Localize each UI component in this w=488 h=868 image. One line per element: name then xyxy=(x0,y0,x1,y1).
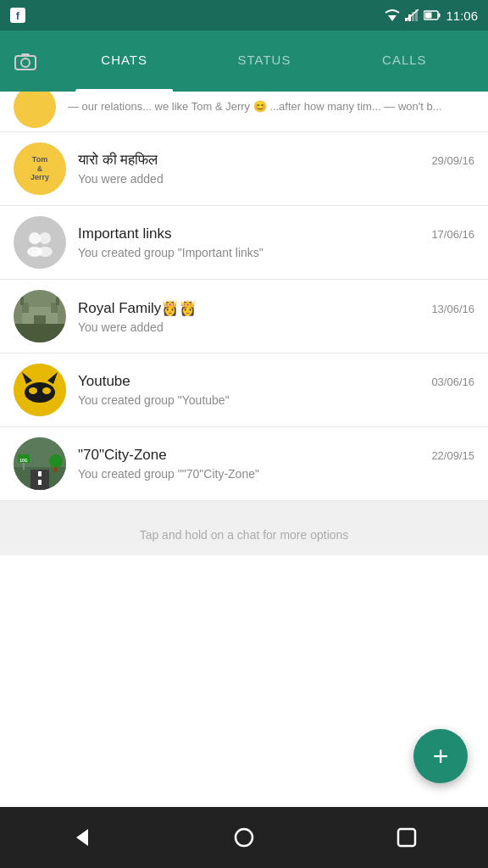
avatar xyxy=(14,364,66,416)
chat-name: Important links xyxy=(78,225,172,242)
facebook-icon: f xyxy=(10,8,25,23)
chat-date: 13/06/16 xyxy=(431,303,474,315)
partial-text: — our relations... we like Tom & Jerry 😊… xyxy=(68,100,442,113)
chat-list: — our relations... we like Tom & Jerry 😊… xyxy=(0,92,488,807)
chat-header: यारो की महफिल 29/09/16 xyxy=(78,152,474,169)
chat-header: Youtube 03/06/16 xyxy=(78,373,474,390)
chat-date: 22/09/15 xyxy=(431,449,474,462)
tab-calls[interactable]: CALLS xyxy=(335,31,474,92)
svg-point-24 xyxy=(25,382,55,403)
signal-icon xyxy=(405,9,419,21)
home-button[interactable] xyxy=(224,817,264,858)
battery-icon xyxy=(424,10,441,20)
list-item[interactable]: — our relations... we like Tom & Jerry 😊… xyxy=(0,92,488,132)
chat-content: यारो की महफिल 29/09/16 You were added xyxy=(78,152,474,186)
svg-marker-39 xyxy=(76,829,88,846)
chat-preview: You created group "Important links" xyxy=(78,246,474,259)
status-bar-left: f xyxy=(10,8,25,23)
chat-name: Royal Family👸👸 xyxy=(78,299,197,317)
avatar xyxy=(14,216,66,269)
svg-rect-11 xyxy=(21,53,30,57)
list-item[interactable]: 10G "70"City-Zone 22/09/15 You created g… xyxy=(0,427,488,501)
recents-button[interactable] xyxy=(386,817,427,858)
chat-preview: You were added xyxy=(78,172,474,186)
chat-date: 17/06/16 xyxy=(431,228,474,241)
chat-content: Youtube 03/06/16 You created group "Yout… xyxy=(78,373,474,407)
chat-content: Royal Family👸👸 13/06/16 You were added xyxy=(78,299,474,334)
avatar: 10G xyxy=(14,437,66,490)
avatar: Tom&Jerry xyxy=(14,142,66,195)
svg-text:10G: 10G xyxy=(19,458,28,463)
plus-icon: + xyxy=(433,743,449,770)
chat-content: "70"City-Zone 22/09/15 You created group… xyxy=(78,447,474,481)
svg-point-28 xyxy=(42,387,51,394)
svg-rect-32 xyxy=(38,471,42,476)
back-button[interactable] xyxy=(61,817,102,858)
avatar xyxy=(14,290,66,342)
list-item[interactable]: Tom&Jerry यारो की महफिल 29/09/16 You wer… xyxy=(0,132,488,206)
list-item[interactable]: Youtube 03/06/16 You created group "Yout… xyxy=(0,353,488,427)
svg-rect-36 xyxy=(23,463,25,470)
status-bar: f 11:06 xyxy=(0,0,488,31)
chat-content: Important links 17/06/16 You created gro… xyxy=(78,225,474,259)
chat-name: यारो की महफिल xyxy=(78,152,158,169)
bottom-nav-bar xyxy=(0,807,488,868)
chat-header: Royal Family👸👸 13/06/16 xyxy=(78,299,474,317)
chat-date: 29/09/16 xyxy=(431,154,474,167)
nav-tabs: CHATS STATUS CALLS xyxy=(54,31,474,92)
status-bar-right: 11:06 xyxy=(385,8,478,23)
chat-name: "70"City-Zone xyxy=(78,447,167,464)
list-item[interactable]: Royal Family👸👸 13/06/16 You were added xyxy=(0,280,488,353)
svg-rect-41 xyxy=(398,829,415,846)
tab-status[interactable]: STATUS xyxy=(194,31,334,92)
svg-marker-0 xyxy=(388,15,396,21)
avatar xyxy=(14,92,56,128)
svg-point-37 xyxy=(49,454,63,468)
svg-point-40 xyxy=(236,829,252,846)
svg-rect-33 xyxy=(38,480,42,485)
svg-point-15 xyxy=(37,247,53,257)
chat-header: "70"City-Zone 22/09/15 xyxy=(78,447,474,464)
camera-icon[interactable] xyxy=(14,52,37,70)
chat-date: 03/06/16 xyxy=(431,376,474,388)
svg-rect-8 xyxy=(425,13,432,19)
chat-preview: You created group "Youtube" xyxy=(78,393,474,407)
time-display: 11:06 xyxy=(446,8,478,23)
svg-point-27 xyxy=(29,387,37,394)
footer-hint: Tap and hold on a chat for more options xyxy=(0,501,488,555)
svg-point-10 xyxy=(21,58,30,67)
svg-rect-22 xyxy=(14,324,66,342)
svg-point-12 xyxy=(29,232,41,244)
nav-bar: CHATS STATUS CALLS xyxy=(0,31,488,92)
chat-header: Important links 17/06/16 xyxy=(78,225,474,242)
chat-preview: You created group ""70"City-Zone" xyxy=(78,467,474,481)
wifi-icon xyxy=(385,9,400,21)
svg-rect-21 xyxy=(56,297,59,305)
new-chat-fab[interactable]: + xyxy=(413,729,468,783)
list-item[interactable]: Important links 17/06/16 You created gro… xyxy=(0,206,488,280)
chat-preview: You were added xyxy=(78,320,474,334)
svg-rect-20 xyxy=(20,297,24,305)
tab-chats[interactable]: CHATS xyxy=(54,31,194,92)
chat-name: Youtube xyxy=(78,373,130,390)
svg-rect-38 xyxy=(54,467,58,472)
svg-rect-7 xyxy=(439,14,441,18)
svg-point-13 xyxy=(39,232,51,244)
